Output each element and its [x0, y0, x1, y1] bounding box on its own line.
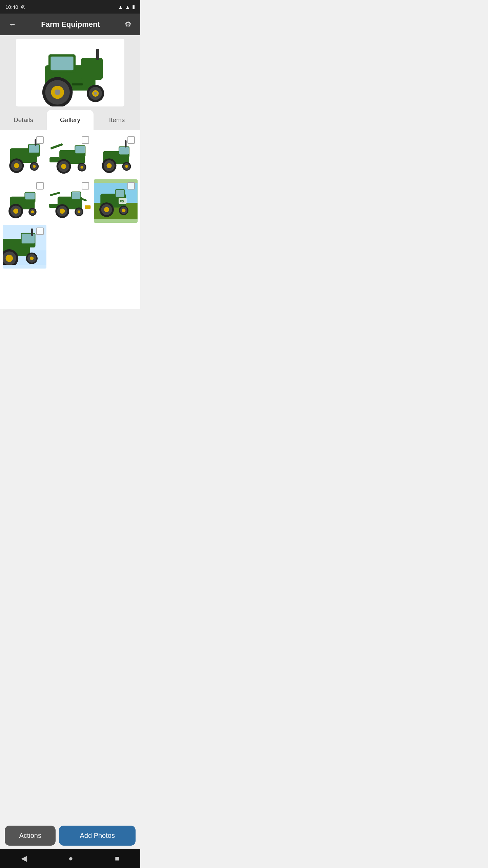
- battery-icon: ▮: [132, 4, 135, 10]
- sync-icon: ◎: [21, 4, 25, 10]
- svg-rect-28: [49, 157, 60, 162]
- back-button[interactable]: ←: [6, 17, 19, 32]
- hero-section: [0, 35, 140, 110]
- svg-point-87: [6, 255, 13, 262]
- gallery-grid: FB: [0, 130, 140, 309]
- gallery-item-checkbox[interactable]: [127, 182, 135, 190]
- gallery-item[interactable]: [3, 179, 46, 223]
- svg-point-50: [13, 209, 18, 214]
- settings-button[interactable]: ⚙: [122, 17, 134, 32]
- svg-rect-57: [50, 192, 60, 196]
- hero-image: [16, 39, 124, 106]
- svg-point-53: [31, 211, 34, 214]
- svg-text:FB: FB: [120, 199, 124, 203]
- svg-rect-13: [72, 83, 83, 85]
- gallery-item-checkbox[interactable]: [36, 228, 44, 235]
- svg-point-20: [14, 163, 19, 168]
- tab-items[interactable]: Items: [94, 110, 140, 130]
- svg-point-41: [107, 163, 112, 168]
- svg-rect-26: [75, 146, 85, 153]
- page-title: Farm Equipment: [19, 20, 122, 29]
- hero-tractor-svg: [16, 39, 124, 106]
- gallery-item[interactable]: [3, 134, 46, 177]
- svg-rect-71: [116, 190, 125, 197]
- svg-rect-56: [72, 192, 80, 199]
- svg-rect-38: [125, 140, 126, 147]
- svg-point-90: [30, 257, 34, 260]
- svg-rect-37: [119, 147, 129, 154]
- settings-icon: ⚙: [125, 20, 131, 29]
- status-bar: 10:40 ◎ ▲ ▲ ▮: [0, 0, 140, 14]
- svg-rect-60: [85, 205, 90, 209]
- svg-point-34: [80, 165, 83, 169]
- gallery-item-checkbox[interactable]: [127, 136, 135, 144]
- svg-rect-1: [81, 58, 103, 80]
- tab-bar: Details Gallery Items: [0, 110, 140, 130]
- svg-rect-16: [29, 144, 39, 153]
- svg-point-66: [77, 211, 80, 214]
- svg-point-12: [94, 92, 97, 95]
- gallery-item[interactable]: FB: [94, 179, 138, 223]
- status-time: 10:40: [5, 4, 18, 10]
- svg-point-31: [61, 164, 66, 169]
- gallery-item[interactable]: [94, 134, 138, 177]
- gallery-item[interactable]: [48, 179, 92, 223]
- svg-rect-2: [96, 49, 99, 60]
- svg-point-44: [125, 165, 128, 168]
- gallery-item[interactable]: [48, 134, 92, 177]
- gallery-item-checkbox[interactable]: [36, 136, 44, 144]
- svg-point-23: [33, 165, 36, 168]
- svg-rect-84: [31, 229, 33, 236]
- svg-point-8: [55, 90, 60, 95]
- wifi-icon: ▲: [118, 4, 123, 10]
- top-bar: ← Farm Equipment ⚙: [0, 14, 140, 35]
- gallery-item[interactable]: [3, 225, 46, 269]
- svg-rect-27: [50, 143, 63, 150]
- svg-rect-4: [50, 57, 73, 71]
- tab-gallery[interactable]: Gallery: [47, 110, 94, 130]
- tab-details[interactable]: Details: [0, 110, 47, 130]
- svg-point-63: [60, 209, 65, 214]
- signal-icon: ▲: [125, 4, 130, 10]
- gallery-item-checkbox[interactable]: [36, 182, 44, 190]
- gallery-item-checkbox[interactable]: [82, 182, 89, 190]
- gallery-item-checkbox[interactable]: [82, 136, 89, 144]
- svg-point-79: [122, 209, 126, 213]
- svg-point-76: [104, 207, 109, 212]
- svg-rect-47: [25, 193, 35, 199]
